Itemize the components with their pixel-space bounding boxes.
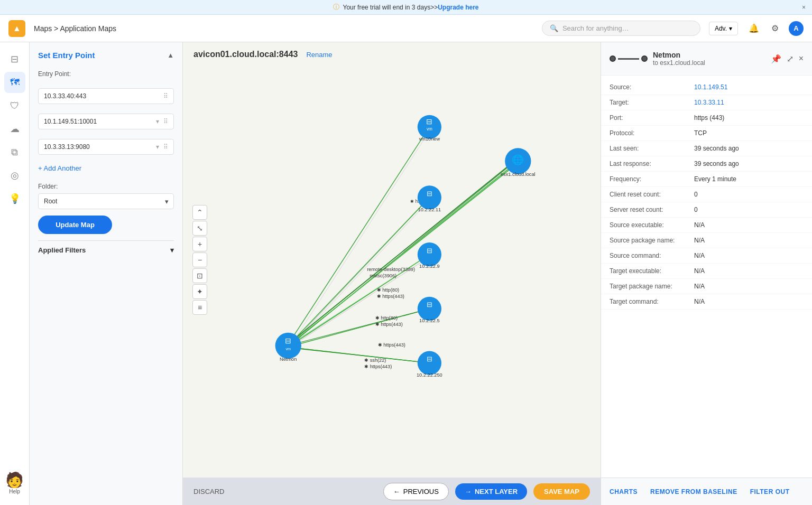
map-area: avicon01.cloud.local:8443 Rename (183, 42, 601, 505)
entry-controls-3[interactable]: ▾ ⠿ (156, 143, 168, 151)
zoom-arrows[interactable]: ⤡ (192, 221, 207, 236)
help-widget[interactable]: 🧑 Help (2, 467, 28, 499)
sidebar-item-shield[interactable]: 🛡 (4, 95, 25, 116)
detail-row: Port:https (443) (601, 110, 812, 126)
detail-label: Protocol: (610, 129, 694, 137)
detail-row: Target:10.3.33.11 (601, 95, 812, 110)
detail-label: Target executable: (610, 267, 694, 275)
discard-button[interactable]: DISCARD (193, 488, 225, 495)
entry-chevron-3[interactable]: ▾ (156, 143, 159, 151)
entry-controls-1[interactable]: ⠿ (163, 92, 168, 100)
entry-chevron-2[interactable]: ▾ (156, 118, 159, 125)
icon-sidebar: ⊟ 🗺 🛡 ☁ ⧉ ◎ 💡 🧑 Help (0, 42, 30, 505)
detail-value: 39 seconds ago (694, 145, 739, 152)
entry-point-label: Entry Point: (38, 70, 174, 78)
detail-row: Frequency:Every 1 minute (601, 172, 812, 187)
zoom-settings[interactable]: ✦ (192, 284, 207, 299)
svg-text:remote-desktop(3389): remote-desktop(3389) (367, 267, 415, 272)
detail-value: Every 1 minute (694, 175, 736, 183)
update-map-button[interactable]: Update Map (38, 216, 112, 234)
collapse-icon[interactable]: ▲ (167, 51, 174, 59)
next-layer-button[interactable]: → NEXT LAYER (455, 483, 527, 500)
zoom-in[interactable]: + (192, 237, 207, 251)
network-graph: remote-desktop(3389) mstsc(3906) ✱ http(… (204, 42, 601, 478)
entry-drag-2[interactable]: ⠿ (163, 118, 168, 125)
adv-button[interactable]: Adv. ▾ (709, 22, 738, 35)
svg-line-18 (286, 161, 519, 347)
control-panel: Set Entry Point ▲ Entry Point: 10.3.33.4… (30, 42, 183, 505)
detail-row: Source command:N/A (601, 248, 812, 264)
sidebar-item-compass[interactable]: ◎ (4, 165, 25, 186)
zoom-fit[interactable]: ⊡ (192, 268, 207, 283)
breadcrumb: Maps > Application Maps (34, 24, 533, 33)
svg-text:mstsc(3906): mstsc(3906) (370, 273, 396, 278)
conn-dot-right (641, 55, 648, 62)
connection-line-graphic (610, 55, 648, 62)
detail-label: Client reset count: (610, 191, 694, 198)
detail-value[interactable]: 10.3.33.11 (694, 99, 724, 106)
detail-row: Protocol:TCP (601, 126, 812, 141)
svg-text:vm: vm (285, 347, 291, 351)
applied-filters-label: Applied Filters (38, 246, 86, 254)
connection-names: Netmon to esx1.cloud.local (653, 51, 705, 67)
banner-close[interactable]: × (802, 4, 806, 11)
svg-line-1 (291, 127, 432, 345)
detail-label: Source package name: (610, 237, 694, 244)
trial-banner: ⓘ Your free trial will end in 3 days >> … (0, 0, 812, 15)
panel-header: Set Entry Point ▲ (38, 51, 174, 60)
detail-row: Source package name:N/A (601, 233, 812, 248)
sidebar-item-cloud[interactable]: ☁ (4, 118, 25, 139)
sidebar-item-dashboard[interactable]: ⊟ (4, 49, 25, 70)
notification-icon[interactable]: 🔔 (746, 21, 761, 36)
adv-chevron: ▾ (729, 25, 732, 32)
entry-drag-1[interactable]: ⠿ (163, 92, 168, 100)
detail-value: N/A (694, 221, 705, 229)
remove-baseline-button[interactable]: REMOVE FROM BASELINE (650, 488, 737, 495)
detail-value: https (443) (694, 114, 724, 121)
sidebar-item-bulb[interactable]: 💡 (4, 188, 25, 209)
filter-out-button[interactable]: FILTER OUT (750, 488, 790, 495)
detail-label: Port: (610, 114, 694, 121)
charts-button[interactable]: CHARTS (610, 488, 638, 495)
previous-button[interactable]: ← PREVIOUS (383, 483, 449, 500)
conn-line-middle (618, 58, 639, 60)
svg-text:vm: vm (427, 127, 432, 132)
sidebar-item-stack[interactable]: ⧉ (4, 142, 25, 163)
zoom-out[interactable]: − (192, 253, 207, 267)
search-bar[interactable]: 🔍 Search for anything… (542, 21, 700, 36)
detail-value: 39 seconds ago (694, 160, 739, 167)
close-icon[interactable]: × (799, 54, 804, 64)
entry-item-3: 10.3.33.13:9080 ▾ ⠿ (38, 139, 174, 155)
settings-icon[interactable]: ⚙ (768, 21, 782, 36)
info-icon: ⓘ (333, 3, 339, 12)
entry-drag-3[interactable]: ⠿ (163, 143, 168, 151)
banner-text: Your free trial will end in 3 days (343, 4, 430, 11)
entry-item-1: 10.3.33.40:443 ⠿ (38, 88, 174, 104)
avatar[interactable]: A (789, 21, 804, 36)
upgrade-link[interactable]: Upgrade here (438, 4, 478, 11)
zoom-chevron-up[interactable]: ⌃ (192, 205, 207, 220)
detail-label: Target command: (610, 298, 694, 305)
detail-value: N/A (694, 298, 705, 305)
expand-icon[interactable]: ⤢ (787, 54, 793, 64)
detail-value: N/A (694, 237, 705, 244)
applied-filters-section[interactable]: Applied Filters ▾ (38, 240, 174, 259)
sidebar-item-maps[interactable]: 🗺 (4, 72, 25, 93)
zoom-menu[interactable]: ≡ (192, 300, 207, 315)
add-another-button[interactable]: + Add Another (38, 164, 174, 172)
detail-label: Frequency: (610, 175, 694, 183)
detail-value[interactable]: 10.1.149.51 (694, 83, 727, 91)
connection-info: Netmon to esx1.cloud.local (610, 51, 705, 67)
save-map-button[interactable]: SAVE MAP (533, 483, 590, 500)
svg-text:10.2.22.11: 10.2.22.11 (418, 207, 441, 212)
detail-value: TCP (694, 129, 707, 137)
folder-select[interactable]: Root Default Custom (38, 193, 174, 209)
svg-text:10.2.22.250: 10.2.22.250 (417, 372, 442, 378)
svg-text:⊟: ⊟ (427, 190, 432, 198)
pin-icon[interactable]: 📌 (771, 54, 781, 64)
entry-controls-2[interactable]: ▾ ⠿ (156, 118, 168, 125)
svg-text:✱ https(443): ✱ https(443) (377, 294, 404, 299)
header-icons: 🔔 ⚙ A (746, 21, 804, 36)
svg-line-17 (285, 347, 429, 363)
folder-select-wrap: Root Default Custom (38, 193, 174, 209)
